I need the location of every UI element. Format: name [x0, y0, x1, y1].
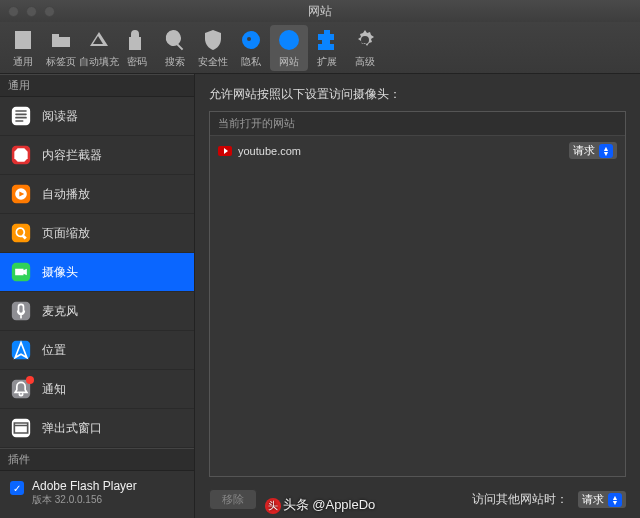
sites-open-header: 当前打开的网站	[210, 112, 625, 136]
toolbar-label: 安全性	[198, 55, 228, 69]
reader-icon	[10, 105, 32, 127]
site-permission-select[interactable]: 请求 ▲▼	[569, 142, 617, 159]
sidebar-item-label: 摄像头	[42, 264, 78, 281]
main-panel: 允许网站按照以下设置访问摄像头： 当前打开的网站 youtube.com 请求 …	[195, 74, 640, 518]
toolbar-general[interactable]: 通用	[4, 25, 42, 71]
toolbar-label: 密码	[127, 55, 147, 69]
youtube-icon	[218, 146, 232, 156]
sidebar-item-notifications[interactable]: 通知	[0, 370, 194, 409]
sidebar-item-label: 弹出式窗口	[42, 420, 102, 437]
toolbar-label: 网站	[279, 55, 299, 69]
sidebar-item-location[interactable]: 位置	[0, 331, 194, 370]
toolbar-security[interactable]: 安全性	[194, 25, 232, 71]
sidebar-list: 阅读器内容拦截器自动播放页面缩放摄像头麦克风位置通知弹出式窗口	[0, 97, 194, 448]
microphone-icon	[10, 300, 32, 322]
autoplay-icon	[10, 183, 32, 205]
plugin-checkbox[interactable]: ✓	[10, 481, 24, 495]
sidebar-item-label: 页面缩放	[42, 225, 90, 242]
sidebar-section-general: 通用	[0, 74, 194, 97]
toolbar-privacy[interactable]: 隐私	[232, 25, 270, 71]
svg-rect-0	[12, 107, 30, 125]
sidebar: 通用 阅读器内容拦截器自动播放页面缩放摄像头麦克风位置通知弹出式窗口 插件 ✓ …	[0, 74, 195, 518]
preferences-toolbar: 通用标签页自动填充密码搜索安全性隐私网站扩展高级	[0, 22, 640, 74]
general-icon	[10, 27, 36, 53]
toolbar-autofill[interactable]: 自动填充	[80, 25, 118, 71]
sites-box: 当前打开的网站 youtube.com 请求 ▲▼	[209, 111, 626, 477]
websites-icon	[276, 27, 302, 53]
toolbar-websites[interactable]: 网站	[270, 25, 308, 71]
passwords-icon	[124, 27, 150, 53]
camera-icon	[10, 261, 32, 283]
toolbar-tabs[interactable]: 标签页	[42, 25, 80, 71]
site-domain: youtube.com	[238, 145, 563, 157]
svg-rect-2	[12, 185, 30, 203]
popups-icon	[10, 417, 32, 439]
plugin-name: Adobe Flash Player	[32, 479, 137, 493]
sidebar-item-popups[interactable]: 弹出式窗口	[0, 409, 194, 448]
tabs-icon	[48, 27, 74, 53]
toolbar-label: 自动填充	[79, 55, 119, 69]
titlebar: 网站	[0, 0, 640, 22]
location-icon	[10, 339, 32, 361]
content-area: 通用 阅读器内容拦截器自动播放页面缩放摄像头麦克风位置通知弹出式窗口 插件 ✓ …	[0, 74, 640, 518]
autofill-icon	[86, 27, 112, 53]
sidebar-item-camera[interactable]: 摄像头	[0, 253, 194, 292]
privacy-icon	[238, 27, 264, 53]
sidebar-item-blockers[interactable]: 内容拦截器	[0, 136, 194, 175]
sidebar-item-label: 阅读器	[42, 108, 78, 125]
site-permission-value: 请求	[573, 143, 595, 158]
blockers-icon	[10, 144, 32, 166]
updown-icon: ▲▼	[599, 144, 613, 158]
notifications-icon	[10, 378, 32, 400]
sidebar-item-label: 麦克风	[42, 303, 78, 320]
preferences-window: 网站 通用标签页自动填充密码搜索安全性隐私网站扩展高级 通用 阅读器内容拦截器自…	[0, 0, 640, 518]
sidebar-item-label: 位置	[42, 342, 66, 359]
sidebar-section-plugins: 插件	[0, 448, 194, 471]
sidebar-item-label: 通知	[42, 381, 66, 398]
extensions-icon	[314, 27, 340, 53]
zoom-icon	[10, 222, 32, 244]
security-icon	[200, 27, 226, 53]
site-row[interactable]: youtube.com 请求 ▲▼	[210, 136, 625, 165]
sidebar-item-zoom[interactable]: 页面缩放	[0, 214, 194, 253]
toolbar-search[interactable]: 搜索	[156, 25, 194, 71]
sidebar-item-label: 自动播放	[42, 186, 90, 203]
watermark: 头头条 @AppleDo	[0, 496, 640, 514]
toolbar-passwords[interactable]: 密码	[118, 25, 156, 71]
sidebar-item-autoplay[interactable]: 自动播放	[0, 175, 194, 214]
sidebar-item-microphone[interactable]: 麦克风	[0, 292, 194, 331]
toolbar-label: 标签页	[46, 55, 76, 69]
toolbar-label: 通用	[13, 55, 33, 69]
toolbar-label: 高级	[355, 55, 375, 69]
sidebar-item-reader[interactable]: 阅读器	[0, 97, 194, 136]
main-heading: 允许网站按照以下设置访问摄像头：	[209, 86, 626, 103]
toolbar-label: 扩展	[317, 55, 337, 69]
toolbar-label: 隐私	[241, 55, 261, 69]
svg-rect-3	[12, 224, 30, 242]
advanced-icon	[352, 27, 378, 53]
toolbar-label: 搜索	[165, 55, 185, 69]
watermark-icon: 头	[265, 498, 281, 514]
search-icon	[162, 27, 188, 53]
toolbar-advanced[interactable]: 高级	[346, 25, 384, 71]
toolbar-extensions[interactable]: 扩展	[308, 25, 346, 71]
sidebar-item-label: 内容拦截器	[42, 147, 102, 164]
badge-icon	[26, 376, 34, 384]
window-title: 网站	[0, 3, 640, 20]
